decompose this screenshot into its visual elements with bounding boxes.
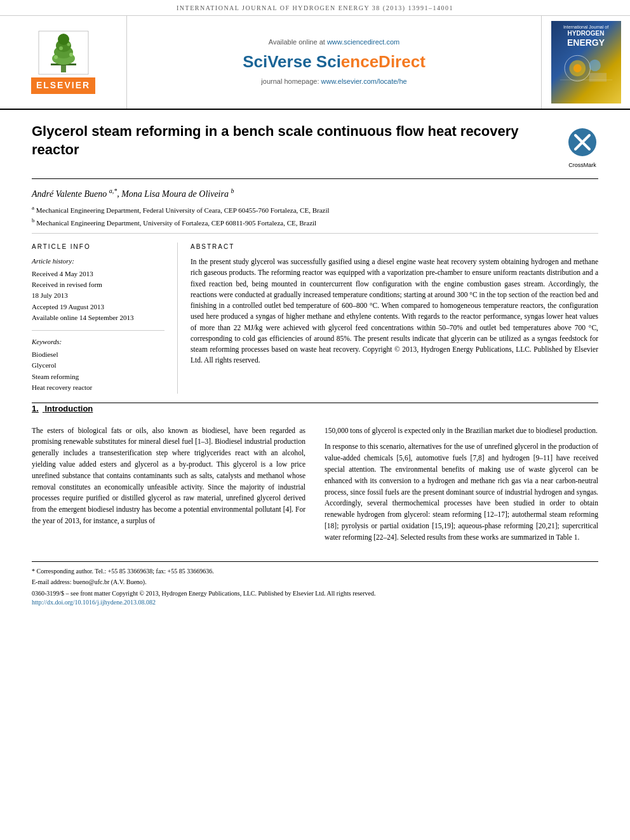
abstract-label: ABSTRACT [191, 243, 598, 251]
affiliation-a: a Mechanical Engineering Department, Fed… [32, 204, 598, 215]
journal-cover-title: International Journal of HYDROGEN ENERGY [563, 25, 608, 48]
journal-homepage-link[interactable]: www.elsevier.com/locate/he [321, 77, 407, 85]
sciverse-title: SciVerse ScienceDirect [243, 50, 426, 73]
introduction-columns: The esters of biological fats or oils, a… [32, 425, 598, 549]
sciverse-info: Available online at www.sciencedirect.co… [127, 16, 541, 109]
copyright-bar: 0360-3199/$ – see front matter Copyright… [32, 589, 598, 598]
svg-rect-15 [589, 73, 607, 82]
elsevier-wordmark: ELSEVIER [31, 77, 95, 94]
email-note: E-mail address: bueno@ufc.br (A.V. Bueno… [32, 578, 598, 587]
keywords-title: Keywords: [32, 337, 164, 347]
authors-section: André Valente Bueno a,*, Mona Lisa Moura… [32, 179, 598, 234]
paper-title: Glycerol steam reforming in a bench scal… [32, 123, 553, 159]
paper-content: Glycerol steam reforming in a bench scal… [0, 110, 630, 549]
available-online-text: Available online at www.sciencedirect.co… [269, 37, 399, 47]
doi-link-container: http://dx.doi.org/10.1016/j.ijhydene.201… [32, 598, 598, 607]
elsevier-logo-section: ELSEVIER [0, 16, 127, 109]
history-available: Available online 14 September 2013 [32, 313, 164, 323]
email-link[interactable]: bueno@ufc.br [73, 578, 109, 585]
authors-line: André Valente Bueno a,*, Mona Lisa Moura… [32, 187, 598, 200]
elsevier-tree-icon [38, 30, 89, 75]
corresponding-author-note: * Corresponding author. Tel.: +55 85 336… [32, 567, 598, 576]
svg-point-14 [589, 60, 600, 71]
journal-header-bar: INTERNATIONAL JOURNAL OF HYDROGEN ENERGY… [0, 0, 630, 16]
journal-name: INTERNATIONAL JOURNAL OF HYDROGEN ENERGY… [177, 4, 453, 11]
main-content: 1. Introduction The esters of biological… [32, 403, 598, 548]
sciverse-sci-part: SciVerse Sci [243, 52, 341, 71]
page-footer: * Corresponding author. Tel.: +55 85 336… [32, 561, 598, 607]
crossmark-icon [566, 126, 598, 158]
doi-link[interactable]: http://dx.doi.org/10.1016/j.ijhydene.201… [32, 599, 156, 606]
history-accepted: Accepted 19 August 2013 [32, 302, 164, 312]
keyword-biodiesel: Biodiesel [32, 350, 164, 359]
svg-point-7 [69, 53, 73, 57]
cover-graphic [558, 51, 615, 86]
svg-point-6 [54, 55, 58, 59]
article-info-abstract: ARTICLE INFO Article history: Received 4… [32, 243, 598, 403]
sciverse-url-link[interactable]: www.sciencedirect.com [327, 38, 399, 46]
affiliation-b: b Mechanical Engineering Department, Uni… [32, 217, 598, 228]
intro-col-left: The esters of biological fats or oils, a… [32, 425, 305, 549]
keyword-steam-reforming: Steam reforming [32, 372, 164, 382]
svg-point-8 [59, 46, 63, 50]
abstract-text: In the present study glycerol was succes… [191, 257, 598, 366]
introduction-heading: 1. Introduction [32, 403, 598, 415]
keywords-section: Keywords: Biodiesel Glycerol Steam refor… [32, 337, 164, 392]
history-revised-label: Received in revised form [32, 280, 164, 290]
sciverse-direct-part: enceDirect [341, 52, 426, 71]
keyword-glycerol: Glycerol [32, 361, 164, 370]
article-info-label: ARTICLE INFO [32, 243, 164, 251]
svg-point-13 [573, 64, 581, 72]
journal-cover-image: International Journal of HYDROGEN ENERGY [551, 21, 621, 103]
paper-title-row: Glycerol steam reforming in a bench scal… [32, 123, 598, 179]
history-title: Article history: [32, 257, 164, 266]
svg-point-9 [67, 43, 70, 46]
journal-cover-section: International Journal of HYDROGEN ENERGY [541, 16, 630, 109]
page-header: ELSEVIER Available online at www.science… [0, 16, 630, 110]
crossmark-badge: CrossMark [566, 126, 598, 170]
article-history: Article history: Received 4 May 2013 Rec… [32, 257, 164, 331]
elsevier-logo: ELSEVIER [31, 30, 95, 94]
intro-col-right: 150,000 tons of glycerol is expected onl… [325, 425, 598, 549]
crossmark-label: CrossMark [566, 161, 598, 170]
history-received: Received 4 May 2013 [32, 269, 164, 279]
abstract-section: ABSTRACT In the present study glycerol w… [178, 243, 598, 394]
history-revised-date: 18 July 2013 [32, 291, 164, 300]
article-info-panel: ARTICLE INFO Article history: Received 4… [32, 243, 178, 394]
keyword-heat-recovery: Heat recovery reactor [32, 383, 164, 392]
journal-homepage: journal homepage: www.elsevier.com/locat… [261, 77, 406, 86]
